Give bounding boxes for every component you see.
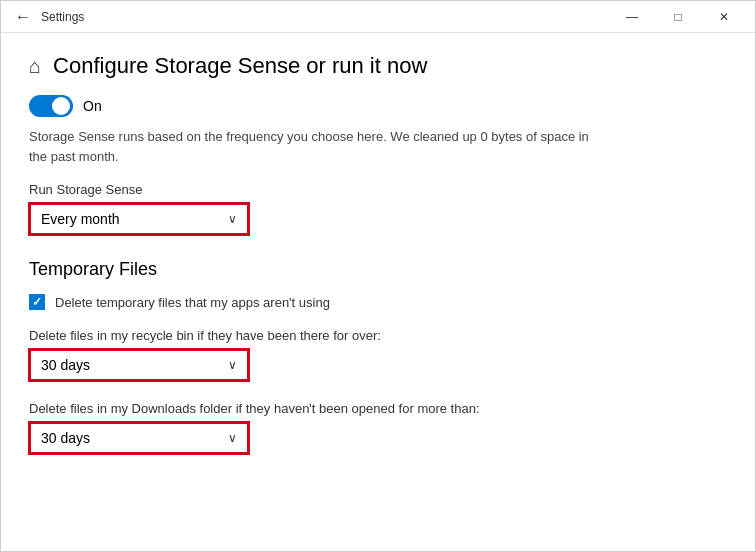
- window-controls: — □ ✕: [609, 1, 747, 33]
- run-storage-sense-label: Run Storage Sense: [29, 182, 727, 197]
- recycle-bin-chevron-icon: ∨: [228, 358, 237, 372]
- run-frequency-dropdown[interactable]: Every month ∨: [29, 203, 249, 235]
- page-content: ⌂ Configure Storage Sense or run it now …: [1, 33, 755, 551]
- recycle-bin-label: Delete files in my recycle bin if they h…: [29, 328, 727, 343]
- window-title: Settings: [37, 10, 609, 24]
- run-frequency-chevron-icon: ∨: [228, 212, 237, 226]
- run-storage-sense-group: Run Storage Sense Every month ∨: [29, 182, 727, 235]
- checkbox-check-icon: ✓: [32, 295, 42, 309]
- home-icon: ⌂: [29, 55, 41, 78]
- delete-temp-files-checkbox[interactable]: ✓: [29, 294, 45, 310]
- settings-window: ← Settings — □ ✕ ⌂ Configure Storage Sen…: [0, 0, 756, 552]
- temp-files-title: Temporary Files: [29, 259, 727, 280]
- downloads-value: 30 days: [41, 430, 90, 446]
- toggle-knob: [52, 97, 70, 115]
- storage-sense-toggle[interactable]: [29, 95, 73, 117]
- recycle-bin-value: 30 days: [41, 357, 90, 373]
- storage-sense-toggle-row: On: [29, 95, 727, 117]
- recycle-bin-group: Delete files in my recycle bin if they h…: [29, 328, 727, 381]
- minimize-button[interactable]: —: [609, 1, 655, 33]
- maximize-button[interactable]: □: [655, 1, 701, 33]
- downloads-dropdown[interactable]: 30 days ∨: [29, 422, 249, 454]
- downloads-label: Delete files in my Downloads folder if t…: [29, 401, 727, 416]
- downloads-group: Delete files in my Downloads folder if t…: [29, 401, 727, 454]
- back-button[interactable]: ←: [9, 3, 37, 31]
- temp-files-section: Temporary Files ✓ Delete temporary files…: [29, 259, 727, 454]
- page-header: ⌂ Configure Storage Sense or run it now: [29, 53, 727, 79]
- delete-temp-files-row: ✓ Delete temporary files that my apps ar…: [29, 294, 727, 310]
- delete-temp-files-label: Delete temporary files that my apps aren…: [55, 295, 330, 310]
- page-title: Configure Storage Sense or run it now: [53, 53, 427, 79]
- title-bar: ← Settings — □ ✕: [1, 1, 755, 33]
- storage-sense-description: Storage Sense runs based on the frequenc…: [29, 127, 609, 166]
- downloads-chevron-icon: ∨: [228, 431, 237, 445]
- recycle-bin-dropdown[interactable]: 30 days ∨: [29, 349, 249, 381]
- close-button[interactable]: ✕: [701, 1, 747, 33]
- run-frequency-value: Every month: [41, 211, 120, 227]
- toggle-state-label: On: [83, 98, 102, 114]
